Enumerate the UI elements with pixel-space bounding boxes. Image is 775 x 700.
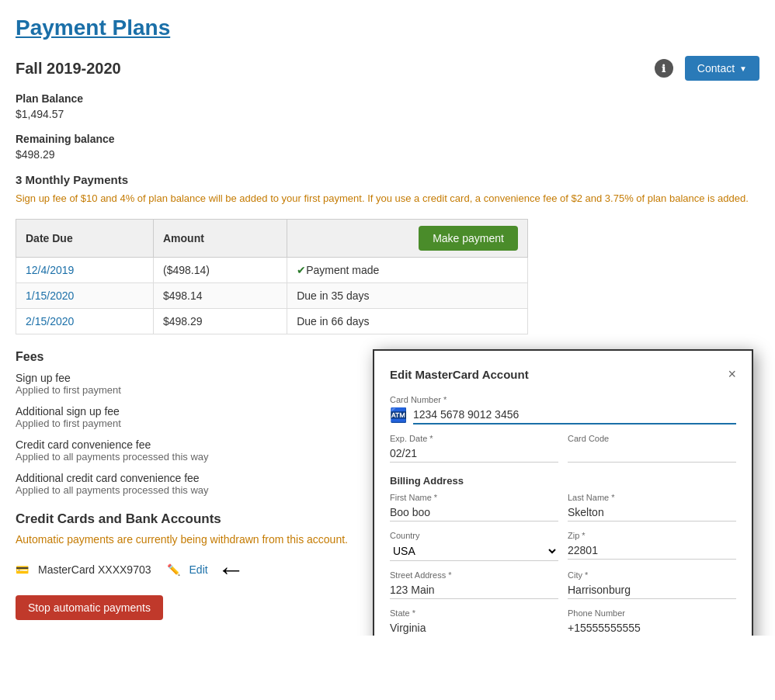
exp-date-group: Exp. Date * [390,434,558,463]
edit-link[interactable]: Edit [189,563,208,576]
first-name-group: First Name * [390,493,558,522]
street-group: Street Address * [390,570,558,599]
modal-close-button[interactable]: × [728,366,736,383]
contact-label: Contact [697,62,735,75]
phone-input[interactable] [568,619,736,636]
first-name-input[interactable] [390,504,558,522]
make-payment-button[interactable]: Make payment [419,226,518,251]
phone-label: Phone Number [568,608,736,618]
page-title[interactable]: Payment Plans [16,16,759,40]
plan-balance-section: Plan Balance $1,494.57 [16,92,759,120]
header-actions: ℹ Contact ▼ [655,56,759,81]
billing-address-label: Billing Address [390,475,736,487]
contact-caret: ▼ [739,64,747,73]
card-number-group: Card Number * 🏧 [390,395,736,425]
semester-header: Fall 2019-2020 ℹ Contact ▼ [16,56,759,81]
state-group: State * [390,608,558,636]
table-row-date: 12/4/2019 [16,257,154,282]
state-phone-row: State * Phone Number [390,608,736,636]
card-number-row: 🏧 [390,406,736,425]
last-name-label: Last Name * [568,493,736,502]
remaining-balance-value: $498.29 [16,148,759,161]
card-number-input[interactable] [413,406,736,425]
mastercard-icon: 💳 [16,563,29,576]
street-input[interactable] [390,581,558,599]
city-group: City * [568,570,736,599]
zip-input[interactable] [568,542,736,560]
plan-balance-value: $1,494.57 [16,108,759,120]
col-date: Date Due [16,219,154,257]
card-name: MasterCard XXXX9703 [38,563,151,576]
modal-header: Edit MasterCard Account × [390,366,736,383]
phone-group: Phone Number [568,608,736,636]
table-row-amount: $498.14 [153,282,287,308]
table-row-status: ✔Payment made [287,257,528,282]
state-input[interactable] [390,619,558,636]
exp-code-row: Exp. Date * Card Code [390,434,736,472]
table-row-status: Due in 35 days [287,282,528,308]
stop-automatic-payments-button[interactable]: Stop automatic payments [16,595,163,620]
country-zip-row: Country USA Zip * [390,531,736,570]
state-label: State * [390,608,558,618]
street-city-row: Street Address * City * [390,570,736,608]
city-label: City * [568,570,736,580]
col-action: Make payment [287,219,528,257]
exp-date-input[interactable] [390,445,558,463]
modal-title: Edit MasterCard Account [390,368,529,381]
table-row-status: Due in 66 days [287,308,528,334]
plan-balance-label: Plan Balance [16,92,759,105]
table-row-amount: ($498.14) [153,257,287,282]
payments-table: Date Due Amount Make payment 12/4/2019($… [16,219,528,334]
street-label: Street Address * [390,570,558,580]
info-icon[interactable]: ℹ [655,59,673,78]
first-name-label: First Name * [390,493,558,502]
last-name-input[interactable] [568,504,736,522]
zip-group: Zip * [568,531,736,561]
card-number-label: Card Number * [390,395,736,404]
table-row-date: 2/15/2020 [16,308,154,334]
edit-card-modal: Edit MasterCard Account × Card Number * … [373,349,753,636]
card-code-label: Card Code [568,434,736,443]
semester-title: Fall 2019-2020 [16,60,121,78]
city-input[interactable] [568,581,736,599]
country-group: Country USA [390,531,558,561]
exp-date-label: Exp. Date * [390,434,558,443]
remaining-balance-section: Remaining balance $498.29 [16,133,759,161]
arrow-indicator: ← [217,553,245,586]
name-row: First Name * Last Name * [390,493,736,531]
zip-label: Zip * [568,531,736,540]
card-code-input[interactable] [568,445,736,463]
card-chip-icon: 🏧 [390,407,407,424]
col-amount: Amount [153,219,287,257]
last-name-group: Last Name * [568,493,736,522]
payments-header: 3 Monthly Payments [16,173,759,186]
table-row-date: 1/15/2020 [16,282,154,308]
card-code-group: Card Code [568,434,736,463]
remaining-balance-label: Remaining balance [16,133,759,145]
payments-notice: Sign up fee of $10 and 4% of plan balanc… [16,191,759,206]
contact-button[interactable]: Contact ▼ [685,56,759,81]
country-label: Country [390,531,558,540]
country-select[interactable]: USA [390,542,558,561]
table-row-amount: $498.29 [153,308,287,334]
